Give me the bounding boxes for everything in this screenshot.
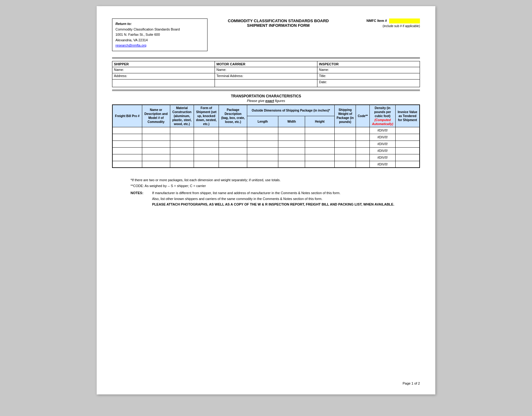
- cell-row0-col9[interactable]: #DIV/0!: [370, 127, 396, 134]
- cell-row1-col3[interactable]: [170, 134, 194, 141]
- cell-row0-col6b[interactable]: [278, 127, 305, 134]
- cell-row0-col3[interactable]: [170, 127, 194, 134]
- cell-row0-col1[interactable]: [112, 127, 142, 134]
- cell-row2-col8[interactable]: [356, 141, 370, 147]
- cell-row1-col10[interactable]: [396, 134, 420, 141]
- cell-row0-col8[interactable]: [356, 127, 370, 134]
- cell-row1-col8[interactable]: [356, 134, 370, 141]
- cell-row5-col6b[interactable]: [278, 161, 305, 168]
- cell-row3-col8[interactable]: [356, 147, 370, 154]
- motor-carrier-name-value[interactable]: [241, 68, 316, 72]
- cell-row1-col4[interactable]: [194, 134, 219, 141]
- nmfc-section: NMFC Item # (include sub # if applicable…: [349, 18, 420, 28]
- cell-row2-col6c[interactable]: [305, 141, 334, 147]
- cell-row1-col6b[interactable]: [278, 134, 305, 141]
- cell-row3-col7[interactable]: [334, 147, 356, 154]
- shipper-extra-field: [112, 80, 215, 87]
- page-number: Page 1 of 2: [403, 381, 420, 385]
- cell-row2-col3[interactable]: [170, 141, 194, 147]
- cell-row1-col2[interactable]: [142, 134, 170, 141]
- cell-row1-col1[interactable]: [112, 134, 142, 141]
- cell-row0-col6a[interactable]: [247, 127, 278, 134]
- cell-row4-col7[interactable]: [334, 154, 356, 161]
- cell-row4-col2[interactable]: [142, 154, 170, 161]
- cell-row4-col6a[interactable]: [247, 154, 278, 161]
- cell-row1-col6c[interactable]: [305, 134, 334, 141]
- cell-row0-col10[interactable]: [396, 127, 420, 134]
- cell-row4-col4[interactable]: [194, 154, 219, 161]
- cell-row2-col4[interactable]: [194, 141, 219, 147]
- cell-row0-col5[interactable]: [219, 127, 247, 134]
- cell-row0-col2[interactable]: [142, 127, 170, 134]
- cell-row3-col9[interactable]: #DIV/0!: [370, 147, 396, 154]
- cell-row5-col6a[interactable]: [247, 161, 278, 168]
- header-row: Return to: Commodity Classification Stan…: [112, 18, 420, 51]
- cell-row2-col9[interactable]: #DIV/0!: [370, 141, 396, 147]
- notes-content: If manufacturer is different from shippe…: [152, 190, 394, 207]
- cell-row0-col6c[interactable]: [305, 127, 334, 134]
- shipper-name-value[interactable]: [139, 68, 213, 72]
- cell-row4-col3[interactable]: [170, 154, 194, 161]
- cell-row5-col1[interactable]: [112, 161, 142, 168]
- notes-row: NOTES: If manufacturer is different from…: [131, 190, 420, 207]
- cell-row2-col1[interactable]: [112, 141, 142, 147]
- cell-row4-col6b[interactable]: [278, 154, 305, 161]
- cell-row3-col5[interactable]: [219, 147, 247, 154]
- cell-row2-col10[interactable]: [396, 141, 420, 147]
- cell-row5-col6c[interactable]: [305, 161, 334, 168]
- center-header: COMMODITY CLASSIFICATION STANDARDS BOARD…: [208, 18, 349, 28]
- cell-row4-col9[interactable]: #DIV/0!: [370, 154, 396, 161]
- th-name-description: Name or Description and Model # of Commo…: [142, 105, 170, 127]
- cell-row2-col6a[interactable]: [247, 141, 278, 147]
- inspector-date-value[interactable]: [344, 80, 418, 85]
- notes-label: NOTES:: [131, 190, 152, 196]
- subtitle-exact: exact: [265, 99, 274, 103]
- cell-row5-col3[interactable]: [170, 161, 194, 168]
- cell-row2-col7[interactable]: [334, 141, 356, 147]
- cell-row5-col2[interactable]: [142, 161, 170, 168]
- cell-row4-col6c[interactable]: [305, 154, 334, 161]
- cell-row5-col9[interactable]: #DIV/0!: [370, 161, 396, 168]
- cell-row3-col4[interactable]: [194, 147, 219, 154]
- center-title2: SHIPMENT INFORMATION FORM: [214, 23, 343, 28]
- cell-row1-col9[interactable]: #DIV/0!: [370, 134, 396, 141]
- cell-row3-col1[interactable]: [112, 147, 142, 154]
- inspector-title-value[interactable]: [344, 74, 418, 79]
- shipper-address-value[interactable]: [139, 74, 213, 79]
- cell-row2-col5[interactable]: [219, 141, 247, 147]
- cell-row5-col4[interactable]: [194, 161, 219, 168]
- th-height: Height: [305, 116, 334, 127]
- motor-carrier-terminal-value[interactable]: [243, 74, 316, 79]
- cell-row1-col7[interactable]: [334, 134, 356, 141]
- cell-row3-col3[interactable]: [170, 147, 194, 154]
- cell-row0-col4[interactable]: [194, 127, 219, 134]
- cell-row5-col10[interactable]: [396, 161, 420, 168]
- inspector-name-value[interactable]: [344, 68, 418, 72]
- cell-row0-col7[interactable]: [334, 127, 356, 134]
- cell-row1-col5[interactable]: [219, 134, 247, 141]
- cell-row2-col2[interactable]: [142, 141, 170, 147]
- cell-row4-col10[interactable]: [396, 154, 420, 161]
- return-to-email[interactable]: research@nmfta.org: [115, 43, 146, 47]
- cell-row1-col6a[interactable]: [247, 134, 278, 141]
- th-shipping-weight: Shipping Weight of Package (in pounds): [334, 105, 356, 127]
- table-row: #DIV/0!: [112, 141, 420, 147]
- cell-row3-col2[interactable]: [142, 147, 170, 154]
- cell-row3-col6c[interactable]: [305, 147, 334, 154]
- table-row: #DIV/0!: [112, 127, 420, 134]
- notes-section: *If there are two or more packages, list…: [131, 177, 420, 207]
- cell-row3-col6b[interactable]: [278, 147, 305, 154]
- footnote-star: *If there are two or more packages, list…: [131, 177, 420, 183]
- cell-row3-col6a[interactable]: [247, 147, 278, 154]
- cell-row4-col1[interactable]: [112, 154, 142, 161]
- cell-row5-col5[interactable]: [219, 161, 247, 168]
- return-to-label: Return to:: [115, 22, 132, 26]
- cell-row4-col5[interactable]: [219, 154, 247, 161]
- notes-line1: If manufacturer is different from shippe…: [152, 190, 394, 196]
- cell-row3-col10[interactable]: [396, 147, 420, 154]
- nmfc-highlight-box[interactable]: [389, 18, 420, 23]
- cell-row5-col7[interactable]: [334, 161, 356, 168]
- cell-row5-col8[interactable]: [356, 161, 370, 168]
- cell-row2-col6b[interactable]: [278, 141, 305, 147]
- cell-row4-col8[interactable]: [356, 154, 370, 161]
